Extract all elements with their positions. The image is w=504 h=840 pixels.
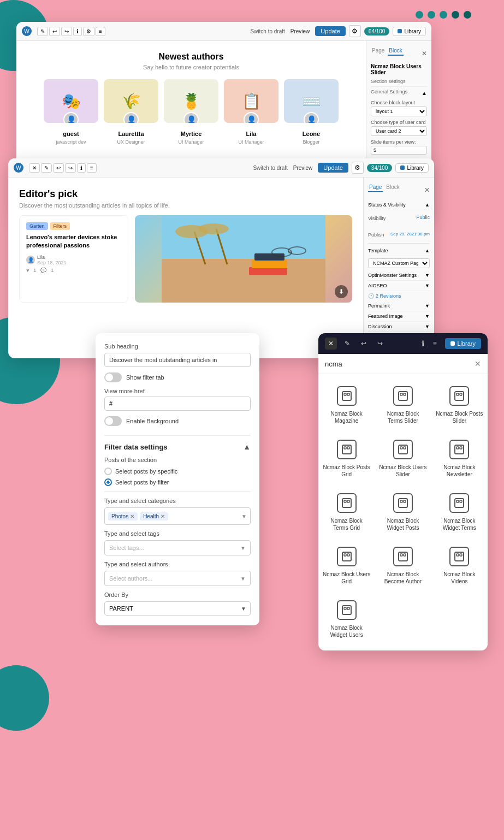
library-btn-2[interactable]: Library xyxy=(395,163,429,173)
panel2-toolbar: W ✕ ✎ ↩ ↪ ℹ ≡ Switch to draft Preview Up… xyxy=(8,158,434,178)
close-btn-2[interactable]: ✕ xyxy=(29,163,40,173)
redo-btn[interactable]: ↪ xyxy=(61,27,72,36)
library-info-btn[interactable]: ℹ xyxy=(422,339,424,348)
list-btn[interactable]: ≡ xyxy=(96,27,105,36)
library-block-item[interactable]: Ncmaz Block Widget Users xyxy=(318,593,375,646)
library-title-btn[interactable]: Library xyxy=(445,338,481,349)
tab-block-2[interactable]: Block xyxy=(385,183,400,192)
preview-btn[interactable]: Preview xyxy=(290,28,310,34)
wp-icon[interactable]: W xyxy=(22,26,32,36)
svg-rect-51 xyxy=(347,607,349,610)
edit-btn[interactable]: ✎ xyxy=(37,27,48,36)
slide-items-input[interactable] xyxy=(371,146,427,155)
library-menu-btn[interactable]: ≡ xyxy=(429,338,441,350)
info-btn[interactable]: ℹ xyxy=(73,27,82,36)
sidebar-close-btn[interactable]: ✕ xyxy=(422,50,427,57)
panel2-sidebar-tabs: Page Block xyxy=(368,183,401,192)
tag-photos-remove[interactable]: ✕ xyxy=(130,513,134,519)
library-block-item[interactable]: Ncmaz Block Terms Slider xyxy=(375,378,431,432)
library-block-item[interactable]: Ncmaz Block Widget Terms xyxy=(431,486,488,539)
switch-draft-link[interactable]: Switch to draft xyxy=(250,28,284,34)
block-icon xyxy=(337,440,357,459)
categories-input[interactable]: Photos ✕ Health ✕ ▼ xyxy=(104,507,251,525)
library-search-clear-btn[interactable]: ✕ xyxy=(475,359,481,368)
sp-subheading-input[interactable] xyxy=(104,353,251,367)
article-author-name: Lila xyxy=(37,255,67,260)
template-select[interactable]: NCMAZ Custom Page xyxy=(368,258,430,268)
block-icon xyxy=(393,440,413,459)
library-block-item[interactable]: Ncmaz Block Posts Grid xyxy=(318,432,375,486)
radio-specific[interactable] xyxy=(104,468,112,475)
status-visibility-accordion[interactable]: Status & Visibility ▲ xyxy=(368,200,430,210)
order-by-select[interactable]: PARENT DATE TITLE MENU_ORDER xyxy=(104,601,251,616)
gear-btn[interactable]: ⚙ xyxy=(349,25,361,37)
library-block-item[interactable]: Ncmaz Block Widget Posts xyxy=(375,486,431,539)
library-close-btn[interactable]: ✕ xyxy=(325,338,337,350)
author-name: Lila xyxy=(246,131,257,137)
library-block-item[interactable]: Ncmaz Block Newsletter xyxy=(431,432,488,486)
library-block-item[interactable]: Ncmaz Block Become Author xyxy=(375,539,431,593)
revisions-link[interactable]: 🕐 2 Revisions xyxy=(368,291,430,301)
authors-select[interactable]: Select authors... ▼ xyxy=(104,571,251,586)
show-filter-toggle[interactable] xyxy=(104,372,122,382)
svg-rect-42 xyxy=(347,554,349,556)
categories-chevron: ▼ xyxy=(241,513,247,519)
filter-data-chevron: ▲ xyxy=(243,442,251,451)
update-btn[interactable]: Update xyxy=(315,26,345,36)
enable-bg-toggle-sp[interactable] xyxy=(104,416,122,426)
redo-btn-2[interactable]: ↪ xyxy=(65,163,76,173)
info-btn-2[interactable]: ℹ xyxy=(77,163,86,173)
library-block-item[interactable]: Ncmaz Block Posts Slider xyxy=(431,378,488,432)
card-type-select[interactable]: User card 2 xyxy=(371,126,427,136)
update-btn-2[interactable]: Update xyxy=(318,163,348,173)
library-btn[interactable]: Library xyxy=(393,27,426,36)
switch-draft-link-2[interactable]: Switch to draft xyxy=(253,165,287,171)
tags-select[interactable]: Select tags... ▼ xyxy=(104,540,251,555)
library-redo-btn[interactable]: ↪ xyxy=(374,338,386,350)
view-more-href-input[interactable] xyxy=(104,397,251,411)
general-settings-chevron[interactable]: ▲ xyxy=(422,90,427,96)
library-block-item[interactable]: Ncmaz Block Magazine xyxy=(318,378,375,432)
aioseo-accordion[interactable]: AIOSEO ▼ xyxy=(368,281,430,291)
radio-filter[interactable] xyxy=(104,478,112,486)
tab-page[interactable]: Page xyxy=(371,46,386,56)
tab-page-2[interactable]: Page xyxy=(368,183,383,192)
list-btn-2[interactable]: ≡ xyxy=(87,163,97,173)
gear-btn-2[interactable]: ⚙ xyxy=(352,162,364,174)
block-layout-select[interactable]: layout 1 xyxy=(371,107,427,116)
tag-health-remove[interactable]: ✕ xyxy=(161,513,165,519)
author-name: Laurettta xyxy=(118,131,144,137)
library-undo-btn[interactable]: ↩ xyxy=(358,338,370,350)
library-pencil-btn[interactable]: ✎ xyxy=(341,338,353,350)
download-btn[interactable]: ⬇ xyxy=(335,285,348,298)
library-block-item[interactable]: Ncmaz Block Terms Grid xyxy=(318,486,375,539)
svg-rect-43 xyxy=(399,552,407,561)
library-dot-icon-2 xyxy=(400,165,405,170)
avatar: 👤 xyxy=(63,112,79,123)
filter-data-header[interactable]: Filter data settings ▲ xyxy=(104,442,251,451)
permalink-accordion[interactable]: Permalink ▼ xyxy=(368,301,430,311)
settings-btn[interactable]: ⚙ xyxy=(83,27,94,36)
toolbar-btn-group: ✎ ↩ ↪ ℹ ⚙ ≡ xyxy=(37,27,105,36)
wp-icon-2[interactable]: W xyxy=(14,163,23,173)
preview-btn-2[interactable]: Preview xyxy=(293,165,313,171)
featured-image-accordion[interactable]: Featured Image ▼ xyxy=(368,311,430,322)
svg-rect-8 xyxy=(252,260,287,268)
undo-btn[interactable]: ↩ xyxy=(49,27,60,36)
svg-rect-45 xyxy=(404,554,406,556)
dot-3 xyxy=(440,11,447,19)
library-block-item[interactable]: Ncmaz Block Videos xyxy=(431,539,488,593)
dot-5 xyxy=(464,11,471,19)
discussion-accordion[interactable]: Discussion ▼ xyxy=(368,322,430,332)
tab-block[interactable]: Block xyxy=(388,46,403,56)
library-search-input[interactable] xyxy=(325,360,471,368)
optionmonster-accordion[interactable]: OptinMonster Settings ▼ xyxy=(368,270,430,281)
svg-rect-36 xyxy=(404,500,406,502)
sidebar2-close-btn[interactable]: ✕ xyxy=(424,186,430,194)
undo-btn-2[interactable]: ↩ xyxy=(53,163,64,173)
svg-rect-39 xyxy=(460,500,462,502)
library-block-item[interactable]: Ncmaz Block Users Grid xyxy=(318,539,375,593)
template-accordion[interactable]: Template ▲ xyxy=(368,246,430,256)
edit-btn-2[interactable]: ✎ xyxy=(41,163,52,173)
library-block-item[interactable]: Ncmaz Block Users Slider xyxy=(375,432,431,486)
